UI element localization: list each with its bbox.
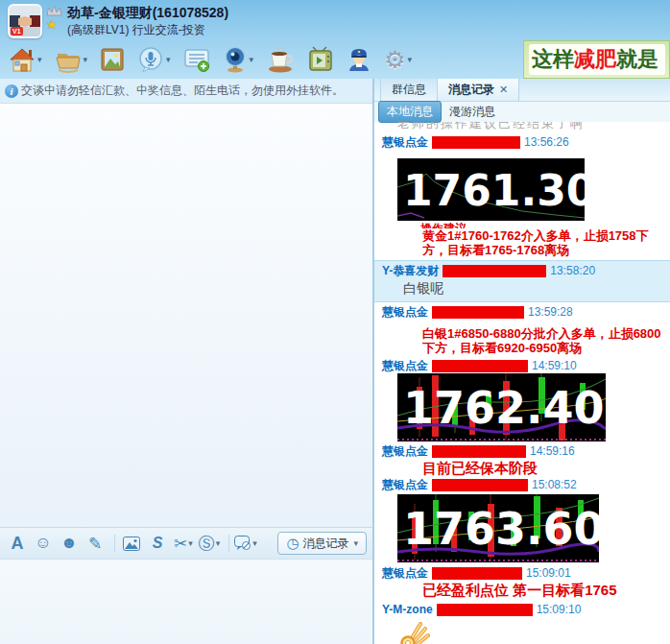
redacted-qq-number [437,604,533,616]
home-button[interactable]: ▾ [6,44,45,75]
sender-name: Y-恭喜发财 [382,263,439,279]
coffee-break-button[interactable] [263,44,298,75]
folder-icon [55,46,82,73]
chevron-down-icon[interactable]: ▾ [252,538,257,548]
price-chart-image[interactable]: 1761.30 [397,158,585,221]
send-picture-button[interactable] [97,44,128,75]
toolbar-separator [114,535,115,552]
magic-emoticon-button[interactable]: ☻ [58,532,81,555]
message-assist-button[interactable]: ▾ [234,532,257,555]
chevron-down-icon[interactable]: ▾ [188,538,193,548]
chat-main-column: i 交谈中请勿轻信汇款、中奖信息、陌生电话，勿使用外挂软件。 A ☺ ☻ ✎ S… [0,79,372,644]
send-image-button[interactable] [120,532,143,555]
tv-icon [307,46,334,73]
pencil-icon: ✎ [88,534,102,554]
message-header: 慧银点金 13:59:28 [374,304,670,320]
title-bar: V1 ★ 劲草-金银理财(161078528) (高级群LV1) 行业交流-投资 [0,0,670,40]
timestamp: 13:59:28 [528,305,573,319]
scissors-icon: ✂ [174,534,187,554]
price-value: 1762.40 [403,382,605,434]
gear-icon: ⚙ [384,47,405,72]
timestamp: 15:09:01 [526,566,571,580]
screenshot-button[interactable]: ✂▾ [172,532,195,555]
video-chat-button[interactable]: ▾ [220,44,257,75]
chevron-down-icon[interactable]: ▾ [353,538,358,548]
trade-advice-message: 白银1#6850-6880分批介入多单，止损6800下方，目标看6920-695… [422,326,664,355]
group-avatar[interactable]: V1 [8,4,42,38]
subtab-local-messages[interactable]: 本地消息 [378,101,442,123]
message-header: 慧银点金 15:09:01 [374,565,670,581]
settings-button[interactable]: ⚙ ▾ [381,45,415,74]
chevron-down-icon[interactable]: ▾ [166,55,171,64]
history-subtab-bar: 本地消息 漫游消息 [374,102,670,122]
price-chart-image[interactable]: 1762.40 [397,373,606,441]
message-history-label: 消息记录 [302,536,348,552]
chat-message-view[interactable] [0,104,372,527]
clipped-red-text: 操作建议 [420,221,670,228]
message-header: 慧银点金 13:56:26 [374,134,670,150]
group-subtitle: (高级群LV1) 行业交流-投资 [67,22,205,38]
message-style-button[interactable]: Ⓢ▾ [198,532,221,555]
tab-group-info[interactable]: 群信息 [380,79,438,101]
star-badge-icon: ★ [46,17,63,32]
ad-text-segment: 就是 [616,45,658,74]
composer-toolbar: A ☺ ☻ ✎ S ✂▾ Ⓢ▾ [0,527,372,560]
emoticon-button[interactable]: ☺ [32,532,55,555]
chevron-down-icon[interactable]: ▾ [408,55,413,64]
crown-icon [46,5,62,16]
file-share-button[interactable]: ▾ [52,44,91,75]
price-value: 1761.30 [403,166,585,215]
coffee-cup-icon [266,46,295,73]
clipped-message: 老师的操作建议已经结束了啊 [397,122,670,133]
chevron-down-icon[interactable]: ▾ [37,55,42,64]
trade-status-message: 已经盈利点位 第一目标看1765 [422,581,664,599]
qq-group-chat-window: V1 ★ 劲草-金银理财(161078528) (高级群LV1) 行业交流-投资… [0,0,670,644]
price-value: 1763.60 [403,503,599,555]
message-plus-icon [183,46,210,73]
sender-name: 慧银点金 [382,565,428,582]
message-header: Y-恭喜发财 13:58:20 [374,263,670,278]
tab-message-history[interactable]: 消息记录 ✕ [438,79,519,101]
message-history-panel: 群信息 消息记录 ✕ 本地消息 漫游消息 老师的操作建议已经结束了啊 慧银点金 … [374,79,670,644]
ok-hand-emoji [397,620,430,644]
chevron-down-icon[interactable]: ▾ [84,55,88,64]
message-history-button[interactable]: ◷ 消息记录 ▾ [277,532,367,555]
timestamp: 14:59:16 [530,444,575,458]
font-style-button[interactable]: A [6,532,29,555]
sender-name: 慧银点金 [382,358,428,374]
message-input-area[interactable] [0,560,372,644]
chevron-down-icon[interactable]: ▾ [250,55,254,64]
ad-banner[interactable]: 这样减肥就是 [523,40,670,79]
chevron-down-icon[interactable]: ▾ [216,538,221,548]
redacted-qq-number [432,445,526,458]
voice-chat-button[interactable]: ▾ [134,44,174,75]
message-list[interactable]: 老师的操作建议已经结束了啊 慧银点金 13:56:26 1761.30 操作建议… [374,122,670,644]
magic-smiley-icon: ☻ [60,534,78,553]
police-officer-icon [347,46,371,73]
subtab-roaming-messages[interactable]: 漫游消息 [442,102,503,122]
microphone-icon [137,46,164,73]
ad-text-segment: 减肥 [574,45,616,74]
timestamp: 13:56:26 [524,135,569,149]
message-blocking-icon [234,536,251,551]
report-button[interactable] [344,44,374,75]
timestamp: 15:09:10 [537,603,582,616]
timestamp: 14:59:10 [532,359,577,372]
price-chart-image[interactable]: 1763.60 [397,494,599,562]
message-header: 慧银点金 15:08:52 [374,477,670,492]
trade-advice-message: 黄金1#1760-1762介入多单，止损1758下方，目标看1765-1768离… [422,228,664,257]
tv-show-button[interactable] [304,44,337,75]
redacted-qq-number [432,567,522,580]
timestamp: 13:58:20 [550,264,595,277]
toolbar-separator [228,535,229,552]
doodle-button[interactable]: ✎ [84,532,107,555]
window-shake-button[interactable]: S [146,532,169,555]
close-icon[interactable]: ✕ [499,83,508,96]
new-message-button[interactable] [180,44,213,75]
redacted-qq-number [443,265,546,277]
selected-message-row[interactable]: Y-恭喜发财 13:58:20 白银呢 [374,260,670,302]
photo-album-icon [100,46,125,73]
sender-name: 慧银点金 [382,443,428,460]
ad-text-segment: 这样 [532,45,574,74]
message-header: 慧银点金 14:59:10 [374,358,670,373]
